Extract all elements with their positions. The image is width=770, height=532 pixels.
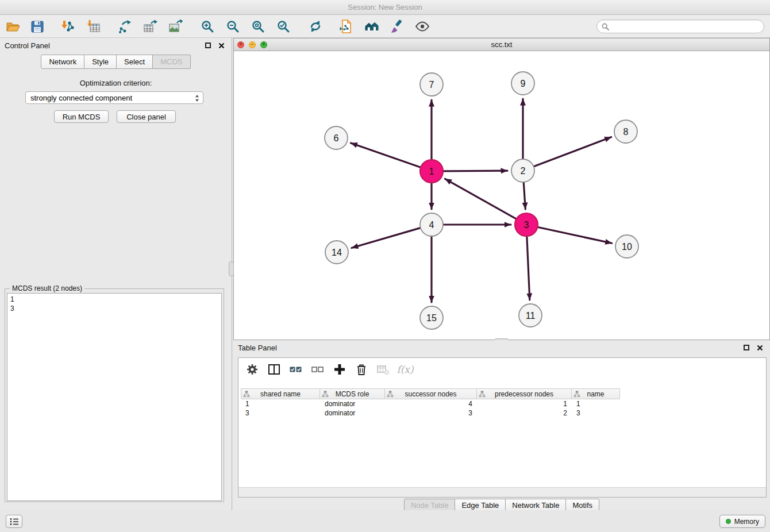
- select-all-button[interactable]: [290, 363, 302, 376]
- network-canvas[interactable]: 7968124314101511: [234, 51, 769, 340]
- memory-button[interactable]: Memory: [719, 515, 765, 528]
- node-table-body: f(x) shared nameMCDS rolesuccessor nodes…: [238, 357, 767, 498]
- node-3[interactable]: 3: [515, 213, 538, 236]
- node-4[interactable]: 4: [420, 213, 443, 236]
- edge-4-14[interactable]: [352, 228, 420, 248]
- delete-column-button[interactable]: [355, 363, 368, 376]
- column-header-predecessor-nodes[interactable]: predecessor nodes: [477, 388, 572, 399]
- node-label: 14: [332, 248, 342, 257]
- edge-2-8[interactable]: [534, 137, 611, 167]
- tab-style[interactable]: Style: [84, 55, 117, 69]
- tab-mcds[interactable]: MCDS: [153, 55, 190, 69]
- show-details-button[interactable]: [414, 18, 431, 35]
- table-cell: 1: [241, 399, 320, 408]
- close-panel-icon[interactable]: [218, 43, 225, 49]
- export-image-button[interactable]: [167, 18, 184, 35]
- search-input[interactable]: [612, 22, 759, 31]
- table-cell: 3: [385, 408, 477, 418]
- node-label: 7: [429, 80, 434, 90]
- vertical-splitter-handle[interactable]: [229, 261, 234, 276]
- mcds-result-line: 1: [10, 295, 218, 304]
- node-1[interactable]: 1: [420, 160, 443, 183]
- export-network-button[interactable]: [116, 18, 133, 35]
- main-toolbar: [0, 15, 770, 38]
- column-header-mcds-role[interactable]: MCDS role: [320, 388, 385, 399]
- control-panel-title: Control Panel: [5, 41, 50, 50]
- maximize-window-icon[interactable]: +: [260, 41, 267, 48]
- export-table-button[interactable]: [141, 18, 159, 35]
- criterion-selected-value: strongly connected component: [30, 94, 132, 102]
- search-box[interactable]: [596, 20, 764, 33]
- apply-layout-button[interactable]: [307, 18, 324, 35]
- attribute-tree-icon: [479, 391, 486, 398]
- column-header-successor-nodes[interactable]: successor nodes: [385, 388, 477, 399]
- column-header-name[interactable]: name: [572, 388, 620, 399]
- task-history-button[interactable]: [6, 515, 22, 528]
- save-session-button[interactable]: [29, 18, 46, 35]
- node-8[interactable]: 8: [614, 120, 637, 143]
- tab-select[interactable]: Select: [117, 55, 153, 69]
- network-window-titlebar[interactable]: ✕ − + scc.txt: [234, 38, 769, 51]
- node-15[interactable]: 15: [420, 306, 443, 329]
- node-label: 9: [521, 79, 526, 88]
- node-14[interactable]: 14: [325, 241, 348, 264]
- node-7[interactable]: 7: [420, 73, 443, 96]
- table-cell: 4: [385, 399, 477, 408]
- copy-network-button[interactable]: [338, 18, 355, 35]
- minimize-window-icon[interactable]: −: [249, 41, 256, 48]
- float-table-panel-icon[interactable]: [744, 345, 749, 350]
- node-6[interactable]: 6: [325, 126, 348, 149]
- table-settings-button[interactable]: [246, 363, 259, 376]
- style-brush-icon: [390, 19, 405, 34]
- tab-network[interactable]: Network: [41, 55, 84, 69]
- table-cell: 3: [572, 408, 620, 418]
- gear-icon: [246, 363, 259, 376]
- float-window-icon[interactable]: [205, 43, 211, 48]
- node-11[interactable]: 11: [519, 304, 542, 327]
- select-stepper-icon: [195, 94, 199, 104]
- column-header-shared-name[interactable]: shared name: [241, 388, 320, 399]
- close-table-panel-icon[interactable]: [757, 345, 763, 351]
- table-horizontal-scrollbar[interactable]: [238, 487, 766, 497]
- column-header-label: successor nodes: [405, 390, 456, 398]
- edge-1-6[interactable]: [351, 143, 421, 167]
- import-network-icon: [60, 19, 75, 34]
- node-9[interactable]: 9: [511, 72, 534, 95]
- optimization-criterion-select[interactable]: strongly connected component: [25, 91, 203, 104]
- home-button[interactable]: [363, 18, 380, 35]
- zoom-selected-icon: [276, 19, 291, 34]
- edge-1-2[interactable]: [444, 171, 507, 171]
- node-10[interactable]: 10: [615, 235, 638, 258]
- close-panel-button[interactable]: Close panel: [117, 110, 176, 123]
- export-table-icon: [143, 19, 157, 34]
- mcds-result-line: 3: [10, 304, 218, 313]
- edge-3-10[interactable]: [538, 228, 612, 244]
- import-table-button[interactable]: [85, 18, 102, 35]
- open-file-button[interactable]: [5, 18, 22, 35]
- close-window-icon[interactable]: ✕: [237, 41, 244, 48]
- function-builder-button: f(x): [399, 363, 411, 376]
- apply-style-button[interactable]: [388, 18, 406, 35]
- list-icon: [9, 517, 20, 526]
- run-mcds-button[interactable]: Run MCDS: [54, 110, 109, 123]
- deselect-all-button[interactable]: [311, 363, 324, 376]
- title-bar: Session: New Session: [0, 0, 770, 15]
- node-label: 8: [623, 127, 629, 137]
- table-row[interactable]: 3dominator323: [241, 408, 765, 418]
- mcds-result-box[interactable]: 13: [7, 293, 222, 501]
- import-network-button[interactable]: [59, 18, 76, 35]
- zoom-in-button[interactable]: [199, 18, 216, 35]
- node-table-rows: 1dominator4113dominator323: [241, 399, 765, 418]
- add-column-button[interactable]: [333, 363, 346, 376]
- edge-3-1[interactable]: [445, 179, 516, 218]
- zoom-selected-button[interactable]: [275, 18, 292, 35]
- edge-2-3[interactable]: [523, 183, 525, 209]
- zoom-fit-button[interactable]: [249, 18, 267, 35]
- show-columns-button[interactable]: [268, 363, 280, 376]
- table-row[interactable]: 1dominator411: [241, 399, 765, 408]
- edge-3-11[interactable]: [527, 237, 530, 300]
- attribute-tree-icon: [243, 391, 250, 398]
- zoom-out-button[interactable]: [224, 18, 241, 35]
- attribute-tree-icon: [573, 391, 580, 398]
- node-2[interactable]: 2: [511, 159, 534, 182]
